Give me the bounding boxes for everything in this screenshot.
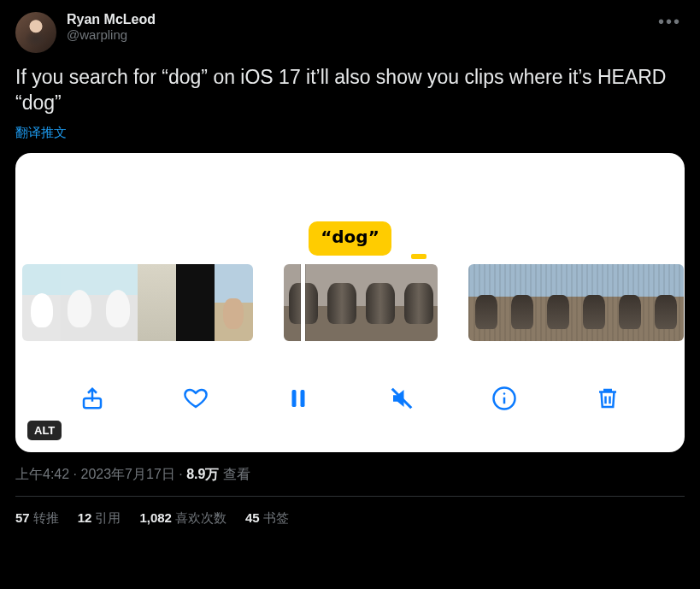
thumbnail-frame	[540, 264, 576, 341]
tweet-text: If you search for “dog” on iOS 17 it’ll …	[15, 65, 685, 116]
like-button[interactable]	[180, 383, 211, 414]
thumbnail-frame	[612, 264, 648, 341]
stat-likes[interactable]: 1,082喜欢次数	[139, 510, 226, 527]
caption-bubble-row: “dog”	[15, 221, 685, 256]
info-icon	[491, 386, 517, 411]
timeline-marker	[411, 254, 426, 259]
thumbnail-frame	[215, 264, 253, 341]
tweet-time[interactable]: 上午4:42	[15, 467, 69, 481]
thumbnail-frame	[176, 264, 215, 341]
media-toolbar	[15, 350, 685, 452]
tweet-stats: 57转推 12引用 1,082喜欢次数 45书签	[15, 497, 685, 540]
avatar[interactable]	[15, 12, 56, 53]
stat-retweets[interactable]: 57转推	[15, 510, 59, 527]
stat-quotes[interactable]: 12引用	[78, 510, 121, 527]
alt-badge[interactable]: ALT	[27, 421, 62, 440]
thumbnail-frame	[399, 264, 438, 341]
speaker-mute-icon	[389, 386, 415, 411]
thumbnail-frame	[504, 264, 540, 341]
thumbnail-frame	[61, 264, 99, 341]
media-card[interactable]: “dog”	[15, 153, 685, 452]
clip-group[interactable]	[22, 264, 253, 341]
delete-button[interactable]	[592, 383, 623, 414]
pause-icon	[285, 386, 311, 411]
thumbnail-frame	[468, 264, 504, 341]
timeline-playhead[interactable]	[301, 264, 305, 341]
svg-rect-2	[301, 390, 305, 407]
stat-bookmarks[interactable]: 45书签	[245, 510, 289, 527]
info-button[interactable]	[489, 383, 520, 414]
caption-bubble: “dog”	[309, 221, 391, 256]
share-icon	[79, 386, 105, 411]
thumbnail-frame	[22, 264, 61, 341]
heart-icon	[183, 386, 209, 411]
share-button[interactable]	[77, 383, 108, 414]
trash-icon	[595, 386, 621, 411]
thumbnail-frame	[138, 264, 176, 341]
views-label: 查看	[223, 467, 250, 481]
display-name: Ryan McLeod	[67, 12, 644, 27]
thumbnail-frame	[361, 264, 399, 341]
tweet-meta: 上午4:42 · 2023年7月17日 · 8.9万 查看	[15, 466, 685, 484]
tweet-header: Ryan McLeod @warpling •••	[15, 12, 685, 53]
more-options-button[interactable]: •••	[655, 12, 685, 32]
thumbnail-frame	[322, 264, 361, 341]
svg-rect-1	[292, 390, 297, 407]
svg-point-6	[503, 392, 506, 395]
thumbnail-frame	[648, 264, 684, 341]
tweet-container: Ryan McLeod @warpling ••• If you search …	[0, 0, 700, 540]
thumbnail-frame	[576, 264, 612, 341]
translate-link[interactable]: 翻译推文	[15, 125, 685, 141]
tweet-date[interactable]: 2023年7月17日	[80, 467, 174, 481]
clip-group[interactable]	[468, 264, 684, 341]
pause-button[interactable]	[283, 383, 314, 414]
mute-button[interactable]	[386, 383, 417, 414]
user-handle: @warpling	[67, 27, 644, 42]
views-count: 8.9万	[186, 467, 219, 481]
thumbnail-frame	[99, 264, 138, 341]
user-block[interactable]: Ryan McLeod @warpling	[67, 12, 644, 42]
clip-group-active[interactable]	[284, 264, 438, 341]
video-timeline[interactable]	[15, 256, 685, 350]
